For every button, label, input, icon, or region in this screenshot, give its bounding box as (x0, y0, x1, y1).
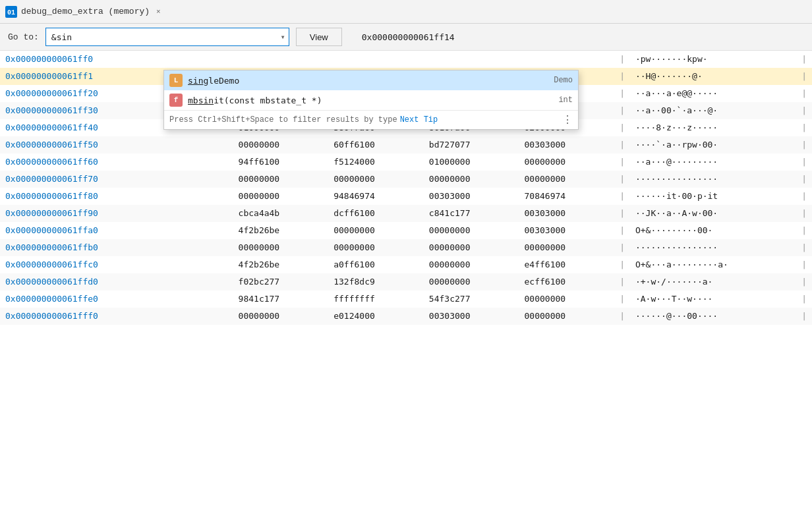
memory-address: 0x000000000061ffe0 (0, 291, 233, 308)
table-row: 0x000000000061ff6094ff6100f5124000010000… (0, 153, 812, 171)
separator: | (614, 68, 630, 85)
memory-address: 0x000000000061fff0 (0, 308, 233, 325)
title-bar: 01 debug_demo_extra (memory) × (0, 0, 812, 24)
hex-value: 00000000 (233, 171, 329, 188)
ascii-value: ··a··00·`·a···@· (630, 102, 796, 119)
ascii-value: ················ (630, 171, 796, 188)
hex-value: 00000000 (519, 291, 615, 308)
ascii-value: ··H@·······@· (630, 68, 796, 85)
autocomplete-name-0: singleDemo (188, 76, 548, 86)
hex-value: e4ff6100 (519, 256, 615, 273)
hex-value: 00303000 (519, 136, 615, 153)
memory-address: 0x000000000061ff70 (0, 171, 233, 188)
separator: | (614, 51, 630, 68)
hex-value: 00000000 (519, 171, 615, 188)
hex-value (424, 51, 519, 68)
toolbar: Go to: ▾ View 0x000000000061ff14 L singl… (0, 24, 812, 51)
autocomplete-dropdown: L singleDemo Demo f mbsinit(const mbstat… (163, 70, 579, 130)
hex-value: a0ff6100 (328, 256, 424, 273)
table-row: 0x000000000061ff0|·pw·······kpw·| (0, 51, 812, 68)
match-text-0: sin (188, 76, 203, 86)
hex-value: 00000000 (424, 273, 519, 291)
table-row: 0x000000000061fff000000000e0124000003030… (0, 308, 812, 325)
autocomplete-item-0[interactable]: L singleDemo Demo (164, 70, 578, 90)
separator: | (614, 153, 630, 171)
hex-value: 00000000 (519, 153, 615, 171)
autocomplete-hint: Press Ctrl+Shift+Space to filter results… (164, 110, 578, 129)
ascii-value: ······it·00·p·it (630, 188, 796, 205)
memory-address: 0x000000000061ff50 (0, 136, 233, 153)
table-row: 0x000000000061ff90cbca4a4bdcff6100c841c1… (0, 205, 812, 222)
hex-value: f02bc277 (233, 273, 329, 291)
ascii-value: ·pw·······kpw· (630, 51, 796, 68)
hex-value: ecff6100 (519, 273, 615, 291)
separator: | (614, 171, 630, 188)
separator: | (614, 239, 630, 256)
separator-end: | (796, 102, 812, 119)
memory-address: 0x000000000061ffd0 (0, 273, 233, 291)
separator: | (614, 102, 630, 119)
hex-value: e0124000 (328, 308, 424, 325)
hex-value: 54f3c277 (424, 291, 519, 308)
hex-value: 00303000 (424, 188, 519, 205)
hex-value: 00000000 (519, 239, 615, 256)
separator: | (614, 136, 630, 153)
memory-address: 0x000000000061ffc0 (0, 256, 233, 273)
hex-value: 00000000 (424, 256, 519, 273)
view-button[interactable]: View (296, 28, 342, 46)
autocomplete-type-1: int (558, 96, 573, 105)
hex-value: ffffffff (328, 291, 424, 308)
autocomplete-type-0: Demo (554, 76, 573, 85)
hex-value: c841c177 (424, 205, 519, 222)
separator-end: | (796, 136, 812, 153)
hex-value: 00000000 (328, 222, 424, 239)
hex-value: 00000000 (424, 239, 519, 256)
autocomplete-icon-f: f (169, 94, 183, 107)
window-title: debug_demo_extra (memory) (21, 7, 150, 16)
memory-address: 0x000000000061ffa0 (0, 222, 233, 239)
ascii-value: ··a···@········· (630, 153, 796, 171)
separator: | (614, 222, 630, 239)
hex-value: 00000000 (328, 171, 424, 188)
separator-end: | (796, 85, 812, 102)
ascii-value: ····8·z···z····· (630, 119, 796, 136)
separator: | (614, 256, 630, 273)
hex-value: 00000000 (233, 136, 329, 153)
table-row: 0x000000000061ffd0f02bc277132f8dc9000000… (0, 273, 812, 291)
hex-value: bd727077 (424, 136, 519, 153)
ascii-value: ····`·a··rpw·00· (630, 136, 796, 153)
table-row: 0x000000000061ffb00000000000000000000000… (0, 239, 812, 256)
hex-value: 00000000 (424, 222, 519, 239)
svg-text:01: 01 (7, 9, 15, 16)
hex-value: 94846974 (328, 188, 424, 205)
address-display: 0x000000000061ff14 (362, 32, 455, 42)
ascii-value: ·+·w·/·······a· (630, 273, 796, 291)
ascii-value: O+&·········00· (630, 222, 796, 239)
hex-value: 70846974 (519, 188, 615, 205)
separator-end: | (796, 205, 812, 222)
separator-end: | (796, 222, 812, 239)
separator: | (614, 273, 630, 291)
memory-address: 0x000000000061ff80 (0, 188, 233, 205)
table-row: 0x000000000061ff700000000000000000000000… (0, 171, 812, 188)
app-icon: 01 (5, 6, 17, 18)
ascii-value: ··a···a·e@@····· (630, 85, 796, 102)
goto-input[interactable] (45, 28, 289, 46)
ascii-value: ······@···00···· (630, 308, 796, 325)
rest-text-1: it(const mbstate_t *) (214, 96, 322, 105)
hex-value: 00000000 (233, 188, 329, 205)
autocomplete-name-1: mbsinit(const mbstate_t *) (188, 96, 553, 105)
hex-value: 00000000 (519, 308, 615, 325)
more-options-icon[interactable]: ⋮ (562, 113, 573, 126)
separator-end: | (796, 171, 812, 188)
goto-input-wrapper: ▾ (45, 28, 289, 46)
rest-text-0: gleDemo (203, 76, 239, 86)
next-tip-button[interactable]: Next Tip (400, 115, 438, 125)
close-button[interactable]: × (156, 8, 161, 16)
ascii-value: ················ (630, 239, 796, 256)
autocomplete-item-1[interactable]: f mbsinit(const mbstate_t *) int (164, 90, 578, 110)
hex-value: 9841c177 (233, 291, 329, 308)
separator-end: | (796, 51, 812, 68)
hex-value: f5124000 (328, 153, 424, 171)
memory-address: 0x000000000061ffb0 (0, 239, 233, 256)
